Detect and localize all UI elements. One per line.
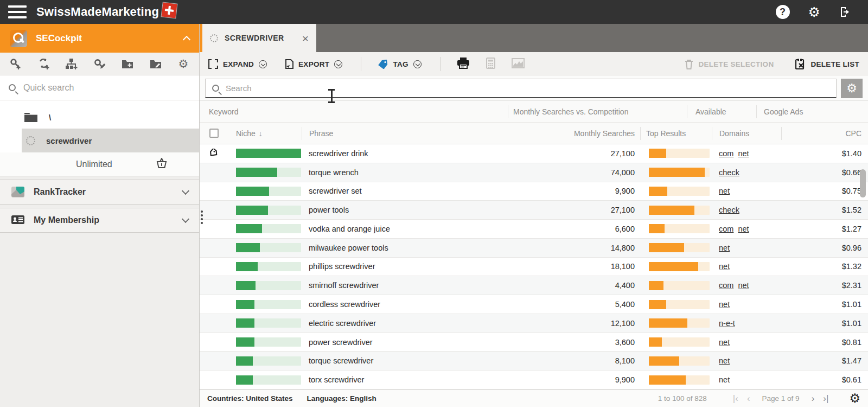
quick-search-input[interactable] [23,83,170,93]
tree-root-folder[interactable]: \ [0,106,199,129]
group-header-available[interactable]: Available [687,105,756,118]
select-all-checkbox[interactable] [209,129,219,138]
column-header-monthly-searches[interactable]: Monthly Searches [533,129,640,138]
delete-selection-button[interactable]: DELETE SELECTION [685,59,774,69]
add-keyword-key-icon[interactable] [8,56,24,72]
column-header-top-results[interactable]: Top Results [640,127,712,140]
grid-settings-gear-icon[interactable]: ⚙ [849,391,860,406]
settings-gear-icon[interactable]: ⚙ [808,5,820,19]
brand-title: SwissMadeMarketing [36,5,159,19]
group-header-keyword[interactable]: Keyword [200,107,508,116]
toolbar-separator [361,57,361,71]
niche-spinner-icon [26,136,35,145]
domain-link[interactable]: net [738,225,749,233]
group-header-google-ads[interactable]: Google Ads [756,105,843,118]
table-search-box[interactable] [205,79,837,98]
table-search-input[interactable] [226,84,829,93]
add-folder-icon[interactable] [119,56,136,72]
keyword-phrase: torx screwdriver [309,375,364,384]
table-row[interactable]: torx screwdriver 9,900 net $0.61 [200,371,868,390]
table-row[interactable]: screwdriver set 9,900 net $0.75 [200,182,868,201]
domain-link[interactable]: net [738,149,749,158]
delete-list-button[interactable]: DELETE LIST [795,59,859,69]
logout-icon[interactable] [839,5,852,18]
domain-link[interactable]: com [719,149,733,158]
top-bar: SwissMadeMarketing ? ⚙ [0,0,868,24]
group-header-searches-vs-competition[interactable]: Monthly Searches vs. Competition [508,105,687,118]
table-row[interactable]: phillips screwdriver 18,100 net $1.32 [200,258,868,277]
monthly-searches-value: 9,900 [533,187,640,195]
tag-button[interactable]: TAG [378,60,421,69]
edit-keyword-pen-icon[interactable] [92,56,108,72]
shopping-basket-icon[interactable] [156,158,168,171]
delete-list-icon [795,59,806,69]
column-header-cpc[interactable]: CPC [781,127,868,140]
domain-link[interactable]: net [719,300,730,309]
table-row[interactable]: torque wrench 74,000 check $0.66 [200,163,868,182]
domain-link[interactable]: net [719,375,730,384]
sidebar-secockpit-header[interactable]: SECockpit [0,24,199,53]
last-page-icon[interactable]: ›| [821,394,831,403]
domain-link[interactable]: check [719,206,739,214]
top-results-bar [649,149,710,158]
domain-link[interactable]: n-e-t [719,319,735,328]
domain-link[interactable]: net [719,356,730,365]
delete-list-label: DELETE LIST [810,60,859,68]
top-results-bar [649,356,710,366]
monthly-searches-value: 6,600 [533,225,640,233]
table-row[interactable]: electric screwdriver 12,100 n-e-t $1.01 [200,314,868,333]
monthly-searches-value: 74,000 [533,168,640,177]
export-button[interactable]: EXPORT [285,59,342,69]
column-header-domains[interactable]: Domains [712,127,781,140]
domain-link[interactable]: net [719,187,730,195]
expand-button[interactable]: EXPAND [208,59,267,69]
tab-screwdriver[interactable]: SCREWDRIVER × [202,24,316,52]
cpc-value: $0.66 [781,168,868,177]
settings-gear-icon[interactable]: ⚙ [175,56,192,72]
sidebar-item-label: RankTracker [34,187,86,197]
domain-link[interactable]: net [719,338,730,347]
hamburger-menu-icon[interactable] [8,5,27,18]
quick-search[interactable] [0,75,199,100]
vertical-scrollbar[interactable] [859,166,866,413]
chart-icon[interactable] [512,58,525,71]
monthly-searches-value: 8,100 [533,356,640,365]
table-row[interactable]: cordless screwdriver 5,400 net $1.01 [200,295,868,314]
domain-link[interactable]: net [719,262,730,271]
table-row[interactable]: screwdriver drink 27,100 comnet $1.40 [200,144,868,163]
edit-folder-icon[interactable] [148,56,164,72]
dropdown-chevron-icon [413,60,422,68]
panel-resize-handle[interactable] [201,210,203,224]
table-row[interactable]: power tools 27,100 check $1.52 [200,201,868,220]
column-header-phrase[interactable]: Phrase [302,127,533,140]
table-row[interactable]: power screwdriver 3,600 net $0.81 [200,333,868,352]
sidebar-item-ranktracker[interactable]: RankTracker [0,180,199,205]
tree-item-selected[interactable]: screwdriver [22,129,199,152]
table-row[interactable]: torque screwdriver 8,100 net $1.47 [200,352,868,371]
first-page-icon[interactable]: |‹ [731,394,741,403]
help-icon[interactable]: ? [776,5,790,19]
close-icon[interactable]: × [302,33,309,44]
plan-label: Unlimited [76,159,112,169]
table-row[interactable]: milwaukee power tools 14,800 net $0.96 [200,239,868,258]
hierarchy-add-icon[interactable] [63,56,80,72]
domain-link[interactable]: net [719,244,730,252]
top-results-bar [649,375,710,385]
monthly-searches-value: 12,100 [533,319,640,328]
delete-selection-label: DELETE SELECTION [698,60,774,68]
column-header-niche[interactable]: Niche ↓ [228,129,302,138]
table-row[interactable]: smirnoff screwdriver 4,400 comnet $2.31 [200,276,868,295]
table-row[interactable]: vodka and orange juice 6,600 comnet $1.2… [200,220,868,239]
calculator-icon[interactable] [486,58,495,71]
sidebar-item-membership[interactable]: My Membership [0,208,199,233]
next-page-icon[interactable]: › [809,394,817,403]
refresh-keywords-icon[interactable] [36,56,52,72]
previous-page-icon[interactable]: ‹ [745,394,752,403]
domain-link[interactable]: com [719,225,733,233]
domain-link[interactable]: check [719,168,739,177]
domain-link[interactable]: net [738,281,749,290]
scrollbar-thumb[interactable] [860,169,866,197]
print-icon[interactable] [457,58,470,71]
domain-link[interactable]: com [719,281,733,290]
column-settings-gear-icon[interactable]: ⚙ [841,79,863,98]
